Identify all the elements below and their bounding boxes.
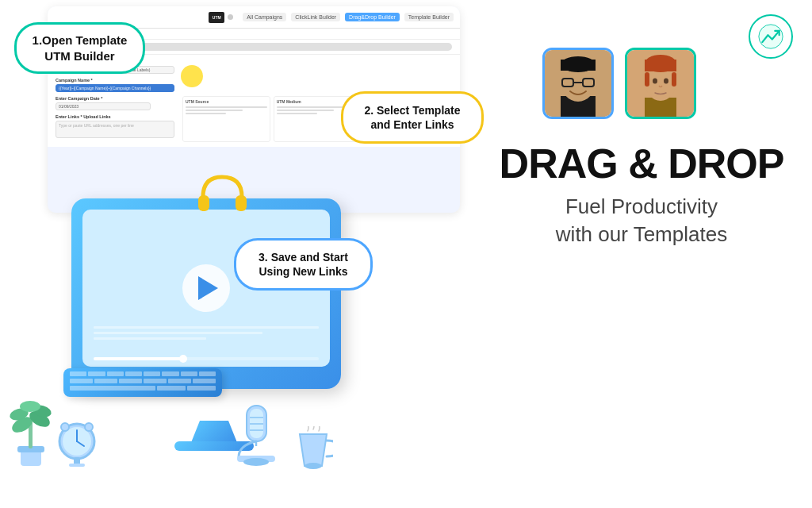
plant-icon: [6, 397, 56, 468]
screen-line-3: [94, 337, 206, 340]
links-row: Enter Links * Upload Links Type or paste…: [56, 114, 174, 138]
svg-point-25: [304, 463, 322, 469]
key: [94, 379, 117, 383]
links-label: Enter Links * Upload Links: [56, 114, 174, 119]
progress-dot: [179, 355, 187, 363]
svg-rect-42: [672, 72, 676, 87]
key: [168, 379, 191, 383]
tab-template[interactable]: Template Builder: [404, 13, 454, 21]
key: [144, 379, 167, 383]
person1-avatar: [545, 50, 611, 117]
mock-app-logo: UTM: [209, 12, 224, 23]
screen-line-1: [94, 326, 319, 329]
microphone-decoration: [235, 402, 278, 484]
date-row: Enter Campaign Date * 01/09/2023: [56, 96, 174, 110]
play-button: [182, 264, 230, 312]
date-input[interactable]: 01/09/2023: [56, 102, 151, 110]
avatars-row: [542, 48, 696, 119]
svg-point-43: [653, 79, 657, 84]
name-label: Campaign Name *: [56, 78, 452, 83]
svg-point-23: [243, 458, 269, 466]
clock-decoration: [57, 418, 97, 470]
svg-rect-35: [561, 60, 596, 71]
clock-icon: [57, 418, 97, 467]
progress-bar-fill: [94, 357, 184, 360]
key: [70, 371, 86, 376]
key: [157, 386, 186, 391]
key: [88, 371, 105, 376]
keyboard-row-3: [70, 386, 216, 391]
play-triangle-icon: [198, 276, 218, 300]
callout-step1: 1.Open Template UTM Builder: [14, 22, 145, 74]
progress-bar-area: [94, 357, 319, 360]
key: [144, 371, 160, 376]
progress-bar-bg: [94, 357, 319, 360]
right-panel: DRAG & DROP Fuel Productivity with our T…: [495, 48, 788, 248]
highlight-circle: [181, 65, 203, 87]
col-source-header: UTM Source: [186, 99, 267, 104]
subtitle-line1: Fuel Productivity: [565, 194, 718, 218]
microphone-icon: [235, 402, 278, 481]
mock-nav-tabs: All Campaigns ClickLink Builder Drag&Dro…: [243, 13, 454, 21]
date-label: Enter Campaign Date *: [56, 96, 174, 101]
subtitle-line2: with our Templates: [556, 222, 727, 246]
tab-all-campaigns[interactable]: All Campaigns: [243, 13, 286, 21]
cup-icon: [293, 426, 333, 470]
svg-rect-26: [198, 195, 209, 211]
keyboard-row-1: [70, 371, 216, 376]
plant-decoration: [6, 397, 56, 471]
screen-lines: [94, 326, 319, 343]
svg-point-8: [20, 401, 40, 412]
person2-avatar: [627, 50, 694, 117]
svg-rect-41: [645, 72, 649, 87]
nav-dot-1: [228, 14, 233, 20]
monitor-body: [71, 198, 341, 389]
links-textarea[interactable]: Type or paste URL addresses, one per lin…: [56, 121, 174, 138]
svg-point-15: [61, 423, 69, 431]
subtitle-text: Fuel Productivity with our Templates: [556, 193, 727, 248]
keyboard-rows: [63, 368, 222, 394]
key: [162, 371, 178, 376]
svg-rect-14: [69, 464, 85, 467]
callout-step2: 2. Select Template and Enter Links: [341, 91, 484, 144]
avatar-person1: [542, 48, 614, 119]
key: [70, 379, 93, 383]
svg-rect-40: [645, 60, 676, 71]
drag-drop-heading: DRAG & DROP: [500, 141, 784, 187]
key: [107, 371, 124, 376]
col-source: UTM Source: [182, 96, 270, 142]
key: [193, 379, 216, 383]
name-input[interactable]: {{Year}}-{{Campaign Name}}-{{Campaign Ch…: [56, 84, 174, 92]
headphone-icon: [197, 173, 248, 217]
spacebar-key: [70, 386, 155, 391]
key: [199, 371, 216, 376]
screen-line-2: [94, 332, 262, 334]
name-row: Campaign Name * {{Year}}-{{Campaign Name…: [56, 78, 452, 92]
cup-decoration: [293, 426, 333, 473]
svg-point-0: [759, 25, 783, 48]
tab-clicklink[interactable]: ClickLink Builder: [291, 13, 340, 21]
key: [119, 379, 142, 383]
tab-dragdrop[interactable]: Drag&Drop Builder: [345, 13, 400, 21]
svg-point-16: [85, 423, 93, 431]
chart-up-icon: [758, 24, 783, 49]
keyboard-row-2: [70, 379, 216, 383]
key: [181, 371, 197, 376]
callout-step1-text: 1.Open Template UTM Builder: [33, 33, 128, 63]
callout-step3-text: 3. Save and Start Using New Links: [259, 251, 348, 278]
svg-rect-27: [236, 195, 247, 211]
callout-step3: 3. Save and Start Using New Links: [234, 238, 373, 291]
keyboard: [63, 368, 222, 397]
svg-point-44: [664, 79, 668, 84]
key: [125, 371, 142, 376]
key: [187, 386, 216, 391]
avatar-person2: [625, 48, 696, 119]
headphone-decoration: [197, 173, 248, 220]
callout-step2-text: 2. Select Template and Enter Links: [364, 104, 460, 131]
